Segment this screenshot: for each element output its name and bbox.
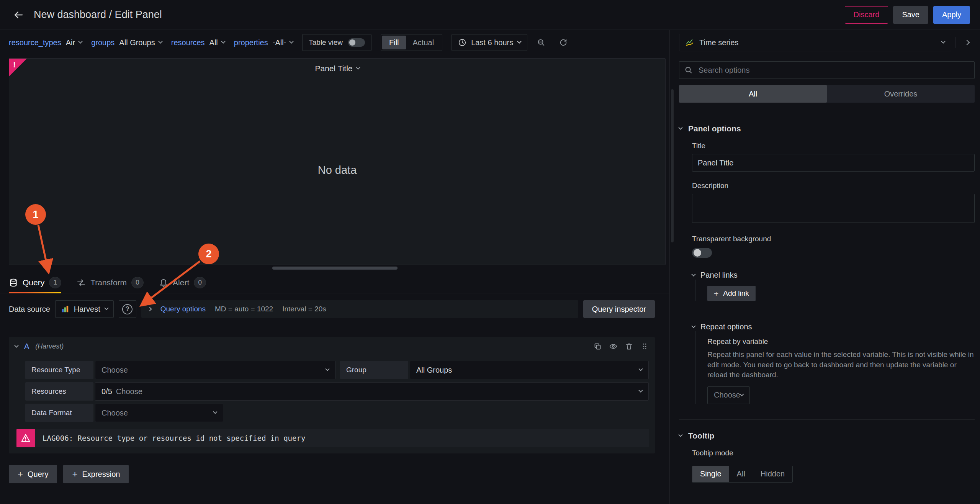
save-button[interactable]: Save (893, 6, 928, 24)
add-query-button[interactable]: + Query (9, 465, 57, 483)
query-error-message: LAG006: Resource type or resources id no… (35, 429, 649, 447)
variable-value-dropdown[interactable]: -All- (273, 38, 293, 47)
tab-label: Alert (173, 278, 189, 287)
resource-type-select[interactable]: Choose (95, 361, 335, 379)
chevron-down-icon (691, 272, 695, 276)
tab-alert[interactable]: Alert 0 (159, 277, 206, 293)
back-button[interactable] (10, 7, 27, 23)
splitter-drag-handle[interactable] (272, 267, 398, 270)
database-icon (9, 278, 18, 287)
annotation-step-2: 2 (198, 244, 219, 264)
variable-groups: groups All Groups (91, 38, 162, 47)
chevron-down-icon (638, 388, 643, 393)
filter-tab-all[interactable]: All (679, 85, 827, 103)
divider (955, 37, 955, 48)
tooltip-section: Tooltip Tooltip mode Single All Hidden (679, 419, 975, 483)
visualization-picker[interactable]: Time series (679, 34, 951, 51)
chevron-down-icon (739, 392, 744, 396)
chevron-down-icon (941, 39, 945, 44)
query-editor-card: A (Harvest) Resource Type Choose Group (9, 337, 655, 453)
table-view-toggle[interactable] (348, 38, 365, 47)
back-arrow-icon (13, 9, 24, 21)
copy-icon (594, 342, 602, 350)
select-placeholder: Choose (714, 391, 740, 399)
discard-button[interactable]: Discard (845, 6, 888, 24)
variable-value-dropdown[interactable]: Air (66, 38, 82, 47)
tooltip-mode-hidden[interactable]: Hidden (753, 466, 792, 482)
chevron-down-icon (678, 126, 682, 130)
zoom-out-button[interactable] (533, 34, 550, 51)
tab-transform[interactable]: Transform 0 (77, 277, 144, 293)
tooltip-header[interactable]: Tooltip (679, 431, 714, 440)
select-placeholder: Choose (101, 366, 128, 375)
sub-section-title: Panel links (700, 271, 738, 280)
tooltip-mode-all[interactable]: All (729, 466, 753, 482)
variable-value-dropdown[interactable]: All (209, 38, 225, 47)
variable-label[interactable]: properties (234, 38, 268, 47)
tab-query[interactable]: Query 1 (9, 277, 61, 293)
resources-row: Resources 0/5 Choose (25, 382, 649, 401)
variable-value: All (209, 38, 218, 47)
visualization-name: Time series (699, 38, 739, 47)
panel-options-header[interactable]: Panel options (679, 124, 741, 133)
variable-label[interactable]: groups (91, 38, 115, 47)
variable-value-dropdown[interactable]: All Groups (119, 38, 162, 47)
panel-title-input[interactable] (692, 154, 975, 172)
table-view-control: Table view (302, 34, 371, 51)
apply-button[interactable]: Apply (933, 6, 970, 24)
datasource-picker[interactable]: Harvest (55, 300, 114, 318)
delete-query-button[interactable] (625, 342, 633, 350)
query-editor-header[interactable]: A (Harvest) (9, 337, 655, 356)
chevron-down-icon (104, 306, 108, 310)
variable-label[interactable]: resources (171, 38, 205, 47)
description-input[interactable] (692, 194, 975, 223)
add-link-button[interactable]: + Add link (707, 286, 756, 301)
search-options-input[interactable] (679, 61, 975, 79)
time-range-picker[interactable]: Last 6 hours (452, 34, 527, 51)
panel-preview-zone: ! Panel Title No data (9, 58, 666, 265)
datasource-logo-icon (61, 305, 69, 313)
pane-splitter[interactable] (0, 265, 669, 271)
panel-error-corner[interactable] (9, 59, 27, 76)
fill-actual-group: Fill Actual (381, 34, 442, 51)
hide-query-button[interactable] (609, 342, 617, 350)
collapse-sidebar-button[interactable] (959, 34, 975, 51)
query-options-link[interactable]: Query options (160, 305, 206, 313)
select-placeholder: Choose (101, 409, 128, 417)
chevron-down-icon (79, 39, 83, 44)
panel-links-section: Panel links + Add link (692, 271, 975, 301)
query-inspector-button[interactable]: Query inspector (583, 300, 655, 318)
sub-section-title: Repeat options (700, 322, 752, 331)
resource-type-row: Resource Type Choose Group All Groups (25, 361, 649, 379)
editor-tabs: Query 1 Transform 0 Alert 0 (0, 273, 669, 293)
add-expression-button[interactable]: + Expression (63, 465, 129, 483)
panel-options-content: Title Description Transparent background… (679, 142, 975, 404)
query-options-bar[interactable]: Query options MD = auto = 1022 Interval … (141, 300, 578, 318)
repeat-options-content: Repeat by variable Repeat this panel for… (695, 331, 975, 404)
panel-title-menu[interactable]: Panel Title (315, 64, 359, 73)
filter-tab-overrides[interactable]: Overrides (827, 85, 975, 103)
chevron-down-icon[interactable] (14, 343, 18, 347)
variable-label[interactable]: resource_types (9, 38, 61, 47)
actual-option[interactable]: Actual (406, 36, 441, 49)
variable-value: Air (66, 38, 75, 47)
group-select[interactable]: All Groups (410, 361, 649, 379)
select-prefix: 0/5 (101, 387, 112, 396)
duplicate-query-button[interactable] (594, 342, 602, 350)
sidebar-scrollbar[interactable] (671, 89, 674, 242)
repeat-options-header[interactable]: Repeat options (692, 322, 752, 331)
resources-select[interactable]: 0/5 Choose (95, 382, 649, 401)
top-header: New dashboard / Edit Panel Discard Save … (0, 0, 980, 30)
drag-query-handle[interactable] (641, 342, 649, 350)
refresh-button[interactable] (555, 34, 572, 51)
panel-links-header[interactable]: Panel links (692, 271, 738, 280)
repeat-variable-select[interactable]: Choose (707, 386, 750, 404)
chevron-down-icon (290, 39, 294, 44)
transparent-background-toggle[interactable] (692, 248, 712, 258)
datasource-help-button[interactable]: ? (119, 300, 136, 318)
workspace: resource_types Air groups All Groups res… (0, 30, 980, 504)
tooltip-mode-single[interactable]: Single (692, 466, 729, 482)
data-format-row: Data Format Choose (25, 404, 649, 422)
fill-option[interactable]: Fill (382, 36, 406, 49)
data-format-select[interactable]: Choose (95, 404, 223, 422)
